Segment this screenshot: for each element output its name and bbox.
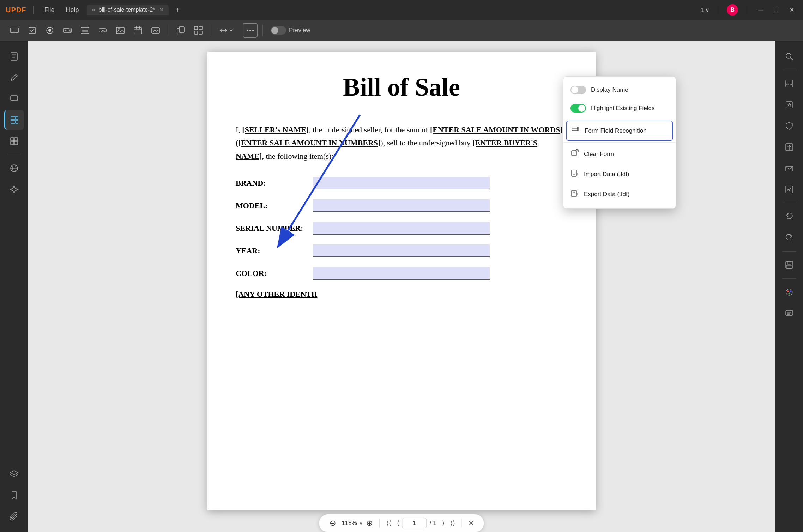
prev-page-button[interactable]: ⟨ — [394, 518, 402, 528]
model-field-row: MODEL: — [236, 199, 567, 212]
avatar[interactable]: B — [727, 4, 738, 16]
page-number-input[interactable] — [402, 518, 427, 528]
model-label: MODEL: — [236, 201, 313, 210]
brand-input[interactable] — [313, 177, 490, 189]
import-data-icon — [570, 169, 579, 179]
right-color-button[interactable] — [779, 282, 799, 302]
right-chat-button[interactable] — [779, 303, 799, 323]
serial-number-field-row: SERIAL NUMBER: — [236, 222, 567, 235]
color-input[interactable] — [313, 267, 490, 280]
zoom-dropdown-arrow[interactable]: ∨ — [359, 520, 363, 526]
minimize-button[interactable]: ─ — [755, 5, 766, 15]
zoom-level: 118% — [339, 520, 359, 527]
svg-rect-52 — [572, 127, 578, 131]
grid-tool[interactable] — [191, 23, 206, 38]
right-search-button[interactable] — [779, 47, 799, 66]
new-tab-button[interactable]: + — [176, 6, 180, 14]
import-data-item[interactable]: Import Data (.fdf) — [563, 164, 676, 184]
tab-close-button[interactable]: ✕ — [159, 7, 164, 13]
color-label: COLOR: — [236, 269, 313, 278]
preview-toggle-knob — [271, 27, 278, 34]
svg-rect-73 — [786, 186, 793, 193]
first-page-button[interactable]: ⟨⟨ — [384, 518, 394, 528]
sidebar-read-button[interactable] — [4, 47, 24, 66]
clear-form-icon — [570, 149, 579, 159]
zoom-in-button[interactable]: ⊕ — [363, 517, 376, 529]
file-menu[interactable]: File — [41, 5, 58, 15]
maximize-button[interactable]: □ — [771, 5, 781, 15]
model-input[interactable] — [313, 199, 490, 212]
form-field-recognition-label: Form Field Recognition — [585, 127, 647, 134]
sidebar-bookmark-button[interactable] — [4, 485, 24, 505]
display-name-item[interactable]: Display Name — [563, 81, 676, 99]
right-sign-button[interactable] — [779, 180, 799, 199]
preview-toggle[interactable] — [271, 26, 286, 35]
image-field-tool[interactable] — [113, 23, 128, 38]
svg-rect-26 — [199, 31, 202, 34]
sidebar-layers-button[interactable] — [4, 464, 24, 484]
sidebar-edit-button[interactable] — [4, 68, 24, 87]
display-name-toggle[interactable] — [570, 86, 586, 94]
more-options-button[interactable] — [243, 23, 258, 38]
combo-box-tool[interactable]: ≡ — [60, 23, 75, 38]
right-share-button[interactable] — [779, 137, 799, 157]
svg-rect-74 — [786, 261, 793, 268]
svg-point-15 — [118, 28, 120, 30]
sidebar-attachment-button[interactable] — [4, 507, 24, 526]
right-ocr-button[interactable]: OCR — [779, 74, 799, 93]
titlebar: UPDF File Help ✏ bill-of-sale-template-2… — [0, 0, 803, 20]
dropdown-separator-1 — [563, 119, 676, 119]
form-field-recognition-item[interactable]: Form Field Recognition — [566, 121, 673, 141]
close-window-button[interactable]: ✕ — [786, 5, 797, 15]
clear-form-item[interactable]: Clear Form — [563, 144, 676, 164]
serial-number-label: SERIAL NUMBER: — [236, 224, 313, 233]
tab-edit-icon: ✏ — [92, 7, 96, 13]
serial-number-input[interactable] — [313, 222, 490, 235]
svg-rect-36 — [11, 96, 18, 101]
right-secure-button[interactable] — [779, 116, 799, 136]
titlebar-separator-2 — [718, 6, 718, 14]
last-page-button[interactable]: ⟩⟩ — [447, 518, 458, 528]
help-menu[interactable]: Help — [62, 5, 82, 15]
svg-text:T|: T| — [13, 29, 16, 33]
next-page-button[interactable]: ⟩ — [439, 518, 447, 528]
highlight-fields-item[interactable]: Highlight Existing Fields — [563, 99, 676, 117]
svg-rect-40 — [16, 120, 18, 123]
right-email-button[interactable] — [779, 158, 799, 178]
sidebar-ai-button[interactable] — [4, 180, 24, 199]
right-redo-button[interactable] — [779, 228, 799, 248]
sidebar-translate-button[interactable] — [4, 158, 24, 178]
sidebar-comment-button[interactable] — [4, 89, 24, 109]
zoom-out-button[interactable]: ⊖ — [326, 517, 339, 529]
sale-amount-numbers-placeholder: [ENTER SALE AMOUNT IN NUMBERS] — [238, 138, 380, 147]
signature-field-tool[interactable] — [148, 23, 163, 38]
clear-form-label: Clear Form — [584, 151, 614, 158]
pdf-title: Bill of Sale — [236, 73, 567, 102]
titlebar-separator — [33, 6, 34, 14]
text-field-tool[interactable]: T| — [7, 23, 22, 38]
date-field-tool[interactable] — [131, 23, 145, 38]
highlight-fields-toggle[interactable] — [570, 104, 586, 113]
right-save-button[interactable] — [779, 255, 799, 275]
list-box-tool[interactable] — [78, 23, 92, 38]
close-bottombar-button[interactable]: ✕ — [465, 518, 477, 529]
radio-tool[interactable] — [42, 23, 57, 38]
tab-label: bill-of-sale-template-2* — [99, 7, 155, 13]
svg-rect-76 — [786, 265, 792, 268]
sidebar-form-button[interactable] — [4, 110, 24, 130]
export-data-label: Export Data (.fdf) — [584, 191, 629, 198]
sidebar-organize-button[interactable] — [4, 131, 24, 151]
export-data-item[interactable]: Export Data (.fdf) — [563, 184, 676, 204]
checkbox-tool[interactable] — [25, 23, 40, 38]
tab[interactable]: ✏ bill-of-sale-template-2* ✕ — [87, 5, 169, 15]
right-compress-button[interactable] — [779, 95, 799, 115]
color-field-row: COLOR: — [236, 267, 567, 280]
page-nav[interactable]: 1 ∨ — [701, 7, 710, 13]
copy-tool[interactable] — [173, 23, 188, 38]
svg-text:OCR: OCR — [786, 83, 792, 86]
align-dropdown[interactable] — [216, 23, 237, 38]
svg-rect-16 — [134, 28, 142, 34]
right-undo-button[interactable] — [779, 207, 799, 226]
year-input[interactable] — [313, 244, 490, 257]
button-tool[interactable]: OK — [95, 23, 110, 38]
